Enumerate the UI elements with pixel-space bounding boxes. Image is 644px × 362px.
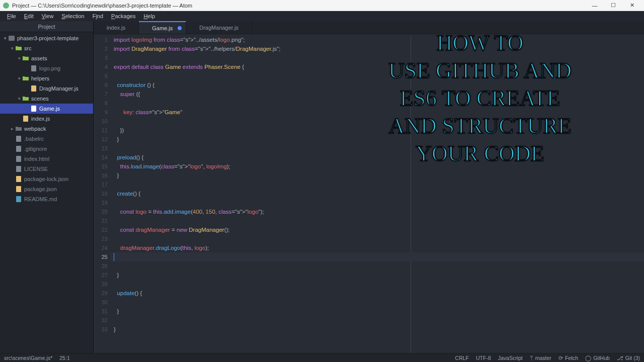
svg-rect-11 bbox=[16, 196, 21, 202]
chevron-down-icon: ▾ bbox=[9, 46, 15, 51]
menu-file[interactable]: File bbox=[3, 13, 20, 19]
file-icon bbox=[15, 165, 22, 172]
tree-label: package.json bbox=[24, 186, 57, 192]
tab-game-js[interactable]: Game.js bbox=[139, 21, 186, 34]
tree-label: .babelrc bbox=[24, 136, 44, 142]
file-tree[interactable]: ▾ phaser3-project-template ▾ src ▾ asset… bbox=[0, 32, 93, 353]
tree-folder-webpack[interactable]: ▸ webpack bbox=[0, 124, 93, 134]
window-minimize-button[interactable]: — bbox=[586, 1, 604, 11]
status-bar: src\scenes\Game.js* 25:1 CRLF UTF-8 Java… bbox=[0, 353, 644, 362]
window-titlebar: Project — C:\Users\Som\coding\newdir\pha… bbox=[0, 0, 644, 11]
json-file-icon bbox=[15, 175, 22, 183]
status-github[interactable]: ◯GitHub bbox=[585, 355, 610, 361]
status-encoding[interactable]: UTF-8 bbox=[476, 355, 491, 361]
chevron-down-icon: ▾ bbox=[16, 56, 22, 61]
file-icon bbox=[15, 145, 22, 152]
menu-view[interactable]: View bbox=[38, 13, 58, 19]
folder-icon bbox=[15, 45, 22, 52]
status-fetch[interactable]: ⟳Fetch bbox=[558, 355, 578, 361]
window-title: Project — C:\Users\Som\coding\newdir\pha… bbox=[12, 3, 192, 9]
status-line-ending[interactable]: CRLF bbox=[455, 355, 469, 361]
svg-rect-9 bbox=[16, 176, 21, 182]
svg-rect-2 bbox=[31, 85, 36, 92]
menu-bar: File Edit View Selection Find Packages H… bbox=[0, 11, 644, 21]
line-number-gutter: 1234567891011121314151617181920212223242… bbox=[94, 34, 111, 353]
menu-selection[interactable]: Selection bbox=[57, 13, 88, 19]
js-file-icon bbox=[30, 105, 37, 112]
svg-rect-7 bbox=[16, 156, 21, 162]
folder-icon bbox=[22, 55, 29, 62]
status-git-branch[interactable]: ᛘmaster bbox=[530, 355, 551, 361]
tab-label: Game.js bbox=[152, 25, 173, 31]
tree-file-index-js[interactable]: index.js bbox=[0, 114, 93, 124]
menu-find[interactable]: Find bbox=[89, 13, 107, 19]
menu-packages[interactable]: Packages bbox=[107, 13, 139, 19]
tree-file-license[interactable]: LICENSE bbox=[0, 164, 93, 174]
chevron-down-icon: ▾ bbox=[16, 96, 22, 101]
image-file-icon bbox=[30, 65, 37, 72]
tree-file-index-html[interactable]: index.html bbox=[0, 154, 93, 164]
status-git[interactable]: ⎇Git (3) bbox=[617, 355, 640, 361]
tree-label: Game.js bbox=[39, 106, 60, 112]
tree-label: logo.png bbox=[39, 65, 60, 71]
status-grammar[interactable]: JavaScript bbox=[498, 355, 523, 361]
chevron-down-icon: ▾ bbox=[2, 36, 8, 41]
menu-help[interactable]: Help bbox=[139, 13, 159, 19]
js-file-icon bbox=[30, 85, 37, 92]
tree-label: assets bbox=[31, 55, 47, 61]
svg-rect-0 bbox=[9, 36, 15, 41]
svg-rect-5 bbox=[16, 136, 21, 142]
tree-label: index.html bbox=[24, 156, 49, 162]
tab-index-js[interactable]: index.js bbox=[94, 21, 139, 34]
tree-file-logo-png[interactable]: logo.png bbox=[0, 63, 93, 73]
project-panel-title: Project bbox=[0, 21, 93, 32]
svg-rect-10 bbox=[16, 186, 21, 192]
status-file-path[interactable]: src\scenes\Game.js* bbox=[4, 355, 52, 361]
tree-file-package-lock[interactable]: package-lock.json bbox=[0, 174, 93, 184]
svg-rect-8 bbox=[16, 166, 21, 172]
tree-label: README.md bbox=[24, 196, 57, 202]
js-file-icon bbox=[22, 115, 29, 122]
tree-file-package-json[interactable]: package.json bbox=[0, 184, 93, 194]
window-maximize-button[interactable]: ☐ bbox=[604, 1, 622, 11]
window-close-button[interactable]: ✕ bbox=[623, 1, 641, 11]
tree-file-readme[interactable]: README.md bbox=[0, 194, 93, 204]
modified-indicator-icon bbox=[178, 26, 182, 30]
chevron-right-icon: ▸ bbox=[9, 126, 15, 131]
html-file-icon bbox=[15, 155, 22, 162]
tree-label: scenes bbox=[31, 96, 49, 102]
tree-label: DragManager.js bbox=[39, 85, 78, 92]
tree-file-game-js[interactable]: Game.js bbox=[0, 104, 93, 114]
file-icon bbox=[15, 135, 22, 142]
headline-overlay: HOW TOUSE GITHUB ANDES6 TO CREATEAND STR… bbox=[322, 29, 638, 167]
tree-label: LICENSE bbox=[24, 166, 48, 172]
folder-icon bbox=[22, 75, 29, 82]
tree-folder-assets[interactable]: ▾ assets bbox=[0, 53, 93, 63]
tree-label: helpers bbox=[31, 75, 49, 81]
tree-folder-src[interactable]: ▾ src bbox=[0, 43, 93, 53]
svg-rect-3 bbox=[31, 106, 36, 112]
tree-project-root[interactable]: ▾ phaser3-project-template bbox=[0, 33, 93, 43]
tree-folder-helpers[interactable]: ▾ helpers bbox=[0, 73, 93, 83]
git-icon: ⎇ bbox=[617, 355, 623, 361]
chevron-down-icon: ▾ bbox=[16, 76, 22, 81]
branch-icon: ᛘ bbox=[530, 355, 533, 361]
markdown-file-icon bbox=[15, 196, 22, 203]
tree-file-babelrc[interactable]: .babelrc bbox=[0, 134, 93, 144]
svg-rect-1 bbox=[31, 65, 36, 71]
menu-edit[interactable]: Edit bbox=[20, 13, 38, 19]
github-icon: ◯ bbox=[585, 355, 591, 361]
tab-dragmanager-js[interactable]: DragManager.js bbox=[186, 21, 252, 34]
tree-label: .gitignore bbox=[24, 146, 47, 152]
tree-label: webpack bbox=[24, 126, 46, 132]
folder-icon bbox=[22, 95, 29, 102]
status-cursor-position[interactable]: 25:1 bbox=[59, 355, 69, 361]
project-sidebar: Project ▾ phaser3-project-template ▾ src… bbox=[0, 21, 94, 353]
atom-icon bbox=[3, 3, 9, 9]
svg-rect-6 bbox=[16, 146, 21, 152]
tree-label: phaser3-project-template bbox=[17, 35, 78, 41]
tree-file-dragmanager[interactable]: DragManager.js bbox=[0, 83, 93, 94]
tree-folder-scenes[interactable]: ▾ scenes bbox=[0, 94, 93, 104]
tree-file-gitignore[interactable]: .gitignore bbox=[0, 144, 93, 154]
svg-rect-4 bbox=[23, 116, 28, 122]
